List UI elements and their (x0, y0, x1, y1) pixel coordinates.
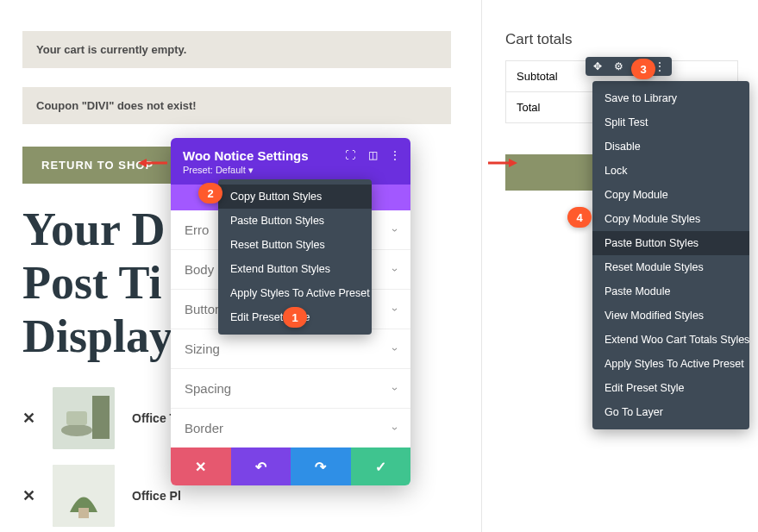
preset-selector[interactable]: Preset: Default ▾ (183, 165, 398, 176)
chevron-down-icon: › (389, 387, 401, 391)
menu-copy-module[interactable]: Copy Module (592, 183, 749, 207)
product-name: Office Pl (132, 489, 181, 503)
cancel-button[interactable]: ✕ (171, 448, 231, 485)
svg-marker-7 (138, 159, 147, 167)
subtotal-label: Subtotal (506, 61, 568, 91)
expand-icon[interactable]: ⛶ (343, 148, 357, 162)
menu-view-modified-styles[interactable]: View Modified Styles (592, 304, 749, 328)
notice-coupon-error: Coupon "DIVI" does not exist! (22, 87, 451, 124)
menu-lock[interactable]: Lock (592, 159, 749, 183)
menu-extend-button-styles[interactable]: Extend Button Styles (218, 257, 372, 281)
panel-row-label: Sizing (185, 341, 220, 356)
panel-row-label: Border (185, 421, 223, 435)
svg-marker-9 (509, 159, 517, 167)
menu-reset-button-styles[interactable]: Reset Button Styles (218, 233, 372, 257)
chevron-down-icon: › (389, 268, 401, 272)
total-label: Total (506, 92, 550, 122)
panel-row-label: Body (185, 262, 214, 277)
panel-row-border[interactable]: Border› (171, 409, 410, 448)
menu-apply-styles-active-preset[interactable]: Apply Styles To Active Preset (592, 352, 749, 376)
menu-extend-woo-cart-totals-styles[interactable]: Extend Woo Cart Totals Styles (592, 328, 749, 352)
chevron-down-icon: › (389, 427, 401, 430)
svg-point-2 (61, 424, 92, 436)
remove-product-icon[interactable]: ✕ (22, 409, 35, 428)
panel-row-label: Spacing (185, 381, 231, 396)
chevron-down-icon: › (389, 308, 401, 311)
move-icon[interactable]: ✥ (591, 60, 605, 72)
annotation-arrow (488, 157, 517, 169)
menu-go-to-layer[interactable]: Go To Layer (592, 400, 749, 424)
svg-rect-5 (78, 508, 89, 518)
menu-reset-module-styles[interactable]: Reset Module Styles (592, 255, 749, 279)
undo-button[interactable]: ↶ (231, 448, 291, 485)
panel-row-spacing[interactable]: Spacing› (171, 369, 410, 409)
sidebar-icon[interactable]: ◫ (366, 148, 379, 162)
module-context-menu: Save to Library Split Test Disable Lock … (592, 81, 749, 429)
panel-row-label: Button (185, 302, 222, 316)
annotation-badge-4: 4 (567, 207, 592, 228)
remove-product-icon[interactable]: ✕ (22, 486, 35, 505)
confirm-button[interactable]: ✓ (351, 448, 411, 485)
redo-button[interactable]: ↷ (291, 448, 351, 485)
svg-rect-1 (92, 396, 110, 439)
chevron-down-icon: › (389, 347, 401, 351)
annotation-badge-3: 3 (631, 59, 655, 79)
column-divider (481, 0, 482, 532)
annotation-badge-2: 2 (198, 183, 222, 203)
menu-paste-button-styles[interactable]: Paste Button Styles (592, 231, 749, 255)
annotation-badge-1: 1 (283, 307, 307, 328)
chevron-down-icon: › (389, 228, 401, 232)
more-icon[interactable]: ⋮ (388, 148, 402, 162)
product-thumbnail (53, 387, 115, 449)
annotation-arrow (138, 157, 167, 169)
menu-split-test[interactable]: Split Test (592, 110, 749, 135)
notice-empty-cart: Your cart is currently empty. (22, 31, 451, 68)
menu-copy-button-styles[interactable]: Copy Button Styles (218, 185, 372, 209)
menu-copy-module-styles[interactable]: Copy Module Styles (592, 207, 749, 231)
panel-row-label: Erro (185, 222, 209, 237)
module-toolbar: ✥ ⚙ ⧉ ⋮ (586, 57, 672, 76)
menu-save-to-library[interactable]: Save to Library (592, 86, 749, 110)
panel-row-sizing[interactable]: Sizing› (171, 329, 410, 369)
gear-icon[interactable]: ⚙ (611, 60, 625, 72)
cart-totals-heading: Cart totals (505, 31, 738, 48)
svg-rect-3 (66, 411, 87, 425)
menu-paste-module[interactable]: Paste Module (592, 279, 749, 304)
menu-paste-button-styles[interactable]: Paste Button Styles (218, 209, 372, 233)
menu-apply-styles-active-preset[interactable]: Apply Styles To Active Preset (218, 281, 372, 305)
product-thumbnail (53, 465, 115, 527)
menu-disable[interactable]: Disable (592, 135, 749, 159)
menu-edit-preset-style[interactable]: Edit Preset Style (592, 376, 749, 400)
